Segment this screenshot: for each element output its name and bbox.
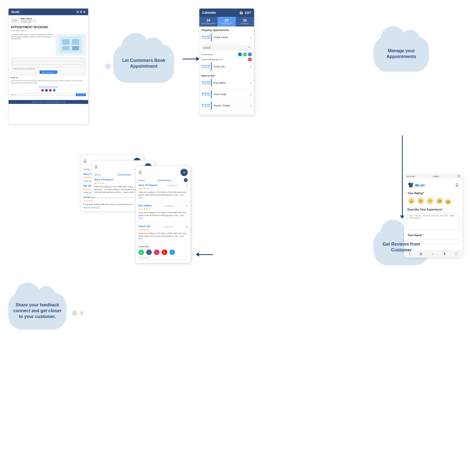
booking-salon-info: ABC Salon 123 Main Street, City 123-456-… [21,17,36,23]
star: ★ [146,228,148,231]
form-field-1[interactable] [12,59,85,61]
booking-logo: Mudit [11,10,19,14]
share-icon-mary-front[interactable]: ⤴ [186,184,188,187]
view-more-mary[interactable]: ...view more [138,194,184,199]
appt-name-sonal: Sonal Jha [213,65,250,68]
circle-sm-1 [105,64,111,69]
edit-pencil-icon[interactable]: ✏ [248,46,250,49]
star: ★ [86,176,88,179]
appt-bar-2 [211,62,212,71]
social-google[interactable]: G [41,89,44,92]
stars-sonal-back: ★ ★ ★ ★ ★ [83,199,141,202]
appt-bar-1 [211,33,212,41]
rating-menu-icon[interactable]: ☰ [455,183,459,187]
appt-item-vishal[interactable]: 09:30 AM 10:30 AM Vishal Pawar ∨ [202,33,252,43]
appt-item-kiran[interactable]: 06:30 AM 10:30 AM Kiran Singh ∨ [202,90,252,100]
star: ★ [148,208,151,211]
cal-day-fri[interactable]: 26 FRIDAY [236,17,254,27]
cloud-manage-text: Manage your Appointments [374,45,429,62]
star: ★ [148,187,151,190]
salon-phone: 123-456-7890 [21,22,36,23]
star: ★ [93,199,95,202]
star: ★ [97,182,99,185]
cal-edit-label[interactable]: EDIT [245,11,251,14]
cal-day-thu[interactable]: 25 THURSDAY [218,17,236,27]
arrow-left-reviews [196,254,213,255]
sort-label-mid: Sort by: [94,174,101,176]
appt-item-raj[interactable]: 09:30 AM 10:30 AM Raj Jadhav ∨ [202,79,252,88]
social-facebook[interactable]: f [45,89,48,92]
whatsapp-icon-circle[interactable]: W [243,52,247,56]
message-icon-circle[interactable]: ✉ [248,52,252,56]
ongoing-title: Ongoing Appointments [202,29,252,31]
email-icon-circle[interactable]: ✉ [248,57,252,61]
hamburger-icon-mid[interactable]: ☰ [94,165,98,169]
appt-end-2: 10:30 AM [202,67,210,69]
rating-required-star: * [423,192,424,195]
nav-square-icon[interactable]: □ [455,252,457,256]
appt-bar-4 [211,90,212,98]
appt-item-piyush[interactable]: 00:30 AM 10:30 AM Piyush Chawla ∨ [202,101,252,111]
emoji-neutral[interactable]: 😐 [417,197,425,205]
emoji-extra[interactable]: 😊 [445,199,451,205]
booking-desc: Lorem ipsum dolor sit amet, consectetur … [11,34,54,56]
star: ★ [94,182,96,185]
view-all-link[interactable]: View all reviews (1) [83,207,141,209]
nav-download-icon[interactable]: ⬇ [443,252,446,256]
circle-sm-4 [80,311,83,315]
star: ★ [83,176,85,179]
cloud-feedback-text: Share your feedback connect and get clos… [8,300,66,322]
share-whatsapp[interactable]: W [138,249,144,255]
form-field-3[interactable] [12,65,85,67]
header-dot-2 [80,11,82,13]
name-title: Your Name * [407,234,459,237]
booking-footer: Copyright © 2020 - Om Informatics Ltd Ri… [9,100,88,104]
share-facebook[interactable]: f [146,249,152,255]
view-more-sonal[interactable]: ...view more [138,235,184,240]
star: ★ [146,187,148,190]
cal-day-wed[interactable]: 24 WEDNESDAY [199,17,218,27]
emoji-sad[interactable]: 😞 [407,197,415,205]
emoji-happy[interactable]: 😊 [436,197,443,205]
social-twitter[interactable]: T [53,89,56,92]
mudit-logo-svg [407,182,414,188]
rev-header-front: ☰ M [138,169,188,176]
write-input[interactable] [17,94,75,96]
details-label: Details [203,46,211,49]
appt-end-piyush: 10:30 AM [202,106,210,107]
appt-name-vishal: Vishal Pawar [213,36,250,39]
appt-item-sonal[interactable]: 09:30 AM 10:30 AM Sonal Jha ∨ [202,62,252,72]
phone-icon-circle[interactable]: 📞 [238,52,242,56]
hamburger-icon-back[interactable]: ☰ [83,159,87,164]
review-date-sonal: 12/10/2019 [163,226,173,228]
nav-home-icon[interactable]: ⌂ [431,252,434,256]
social-instagram[interactable]: I [49,89,52,92]
email-share-input[interactable]: Enter email [138,256,188,259]
cal-day-num-wed: 24 [199,19,218,22]
cal-header: Calender 📅 EDIT [199,9,254,17]
appt-time-col-4: 06:30 AM 10:30 AM [202,92,210,96]
star: ★ [141,187,143,190]
booking-logo-box: LOGO [11,18,19,23]
booking-write-row: Write Us Get In touch [11,93,86,96]
book-appointment-button[interactable]: Book Appointment [40,70,57,74]
star: ★ [99,182,101,185]
svg-rect-3 [62,46,69,50]
share-youtube[interactable]: ▶ [162,249,167,255]
booking-logo-row: LOGO ABC Salon 123 Main Street, City 123… [11,17,86,23]
review-text-sonal-back: It was good visiting staffs were very g.… [83,203,141,206]
hamburger-icon-front[interactable]: ☰ [138,170,142,175]
cloud-feedback-circles [72,310,83,316]
describe-textarea[interactable] [407,213,459,230]
view-more-raj[interactable]: ...view more [138,214,184,219]
star: ★ [138,187,141,190]
star: ★ [83,188,85,191]
share-twitter[interactable]: T [169,249,175,255]
share-icon-sonal[interactable]: ⤴ [186,225,188,228]
star: ★ [138,208,141,211]
form-field-2[interactable] [12,62,85,64]
get-in-button[interactable]: Get In touch [76,93,86,96]
share-instagram[interactable]: I [154,249,159,255]
emoji-blank[interactable]: 😶 [426,197,434,205]
share-icon-raj[interactable]: ⤴ [186,204,188,207]
